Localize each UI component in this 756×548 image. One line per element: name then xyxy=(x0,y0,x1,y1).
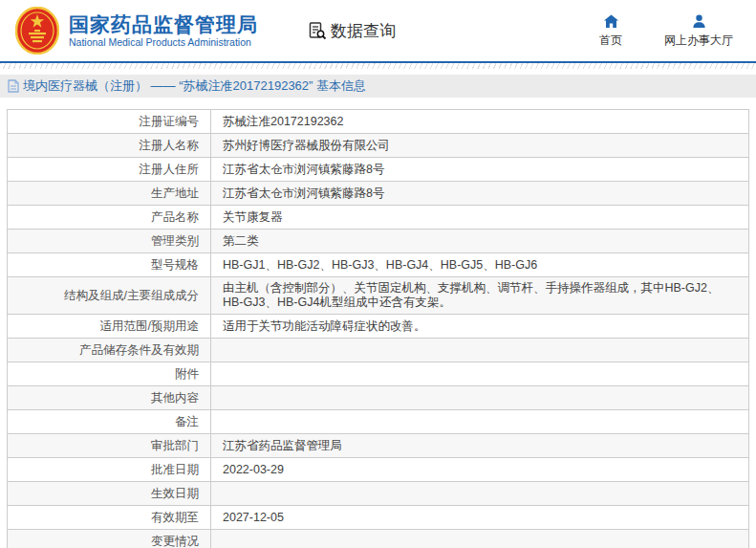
page-title: 境内医疗器械（注册） —— “苏械注准20172192362” 基本信息 xyxy=(23,77,366,95)
table-row: 生效日期 xyxy=(8,482,749,506)
field-value: 江苏省太仓市浏河镇紫藤路8号 xyxy=(211,182,749,206)
table-row: 注册证编号苏械注准20172192362 xyxy=(8,110,749,134)
field-label: 注册人名称 xyxy=(8,134,211,158)
field-value xyxy=(211,339,749,362)
header-hatch-divider xyxy=(0,63,756,69)
home-icon xyxy=(603,13,619,30)
field-value: 2027-12-05 xyxy=(211,506,749,530)
field-label: 注册证编号 xyxy=(8,110,211,134)
table-row: 其他内容 xyxy=(8,386,749,410)
table-row: 型号规格HB-GJ1、HB-GJ2、HB-GJ3、HB-GJ4、HB-GJ5、H… xyxy=(8,253,749,277)
field-value xyxy=(211,530,749,548)
site-title: 国家药品监督管理局 xyxy=(69,12,258,36)
field-label: 其他内容 xyxy=(8,386,211,410)
field-value xyxy=(211,410,749,434)
field-value: 第二类 xyxy=(211,230,749,253)
field-label: 生效日期 xyxy=(8,482,211,506)
logo-text: 国家药品监督管理局 National Medical Products Admi… xyxy=(69,12,258,50)
table-row: 附件 xyxy=(8,362,749,386)
nav-home-label: 首页 xyxy=(599,33,622,49)
field-value: 关节康复器 xyxy=(211,206,749,230)
table-row: 管理类别第二类 xyxy=(8,230,749,253)
nav-item-service-hall[interactable]: 网上办事大厅 xyxy=(664,13,733,49)
data-query-tab[interactable]: 数据查询 xyxy=(308,20,396,42)
user-icon xyxy=(691,13,707,30)
field-label: 审批部门 xyxy=(8,434,211,458)
field-label: 备注 xyxy=(8,410,211,434)
table-row: 产品储存条件及有效期 xyxy=(8,339,749,362)
nmpa-logo[interactable]: 国家药品监督管理局 National Medical Products Admi… xyxy=(15,7,258,55)
field-value xyxy=(211,482,749,506)
header-nav: 首页 网上办事大厅 xyxy=(590,13,743,49)
field-label: 产品名称 xyxy=(8,206,211,230)
table-row: 产品名称关节康复器 xyxy=(8,206,749,230)
document-icon xyxy=(8,79,19,93)
field-label: 结构及组成/主要组成成分 xyxy=(8,277,211,315)
breadcrumb: 境内医疗器械（注册） —— “苏械注准20172192362” 基本信息 xyxy=(0,75,756,98)
table-row: 注册人名称苏州好博医疗器械股份有限公司 xyxy=(8,134,749,158)
field-label: 批准日期 xyxy=(8,458,211,482)
field-value xyxy=(211,362,749,386)
field-value xyxy=(211,386,749,410)
header: 国家药品监督管理局 National Medical Products Admi… xyxy=(0,0,756,63)
table-row: 批准日期2022-03-29 xyxy=(8,458,749,482)
table-row: 审批部门江苏省药品监督管理局 xyxy=(8,434,749,458)
registration-info-table: 注册证编号苏械注准20172192362注册人名称苏州好博医疗器械股份有限公司注… xyxy=(7,109,749,548)
site-subtitle: National Medical Products Administration xyxy=(69,36,258,50)
table-row: 注册人住所江苏省太仓市浏河镇紫藤路8号 xyxy=(8,158,749,182)
field-value: 江苏省药品监督管理局 xyxy=(211,434,749,458)
data-query-label: 数据查询 xyxy=(331,20,396,42)
field-value: 由主机（含控制部分）、关节固定机构、支撑机构、调节杆、手持操作器组成，其中HB-… xyxy=(211,277,749,315)
field-label: 管理类别 xyxy=(8,230,211,253)
field-label: 注册人住所 xyxy=(8,158,211,182)
field-label: 有效期至 xyxy=(8,506,211,530)
nav-item-home[interactable]: 首页 xyxy=(590,13,632,49)
field-value: 适用于关节功能活动障碍症状的改善。 xyxy=(211,315,749,339)
table-row: 生产地址江苏省太仓市浏河镇紫藤路8号 xyxy=(8,182,749,206)
field-value: 苏州好博医疗器械股份有限公司 xyxy=(211,134,749,158)
national-emblem-icon xyxy=(15,7,59,55)
info-table-body: 注册证编号苏械注准20172192362注册人名称苏州好博医疗器械股份有限公司注… xyxy=(8,110,749,548)
field-label: 产品储存条件及有效期 xyxy=(8,339,211,362)
field-label: 生产地址 xyxy=(8,182,211,206)
table-row: 有效期至2027-12-05 xyxy=(8,506,749,530)
field-value: 苏械注准20172192362 xyxy=(211,110,749,134)
field-label: 附件 xyxy=(8,362,211,386)
field-value: HB-GJ1、HB-GJ2、HB-GJ3、HB-GJ4、HB-GJ5、HB-GJ… xyxy=(211,253,749,277)
table-row: 变更情况 xyxy=(8,530,749,548)
field-label: 型号规格 xyxy=(8,253,211,277)
field-label: 变更情况 xyxy=(8,530,211,548)
document-search-icon xyxy=(308,21,327,40)
table-row: 备注 xyxy=(8,410,749,434)
table-row: 结构及组成/主要组成成分由主机（含控制部分）、关节固定机构、支撑机构、调节杆、手… xyxy=(8,277,749,315)
field-label: 适用范围/预期用途 xyxy=(8,315,211,339)
field-value: 江苏省太仓市浏河镇紫藤路8号 xyxy=(211,158,749,182)
table-row: 适用范围/预期用途适用于关节功能活动障碍症状的改善。 xyxy=(8,315,749,339)
field-value: 2022-03-29 xyxy=(211,458,749,482)
nav-service-hall-label: 网上办事大厅 xyxy=(664,33,733,49)
